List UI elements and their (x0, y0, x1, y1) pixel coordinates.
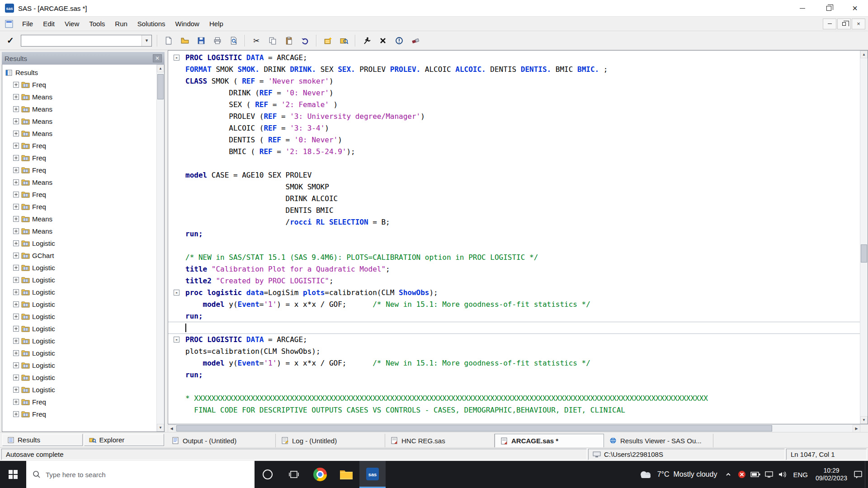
tree-item-logistic[interactable]: Logistic (5, 384, 155, 396)
tab-output[interactable]: Output - (Untitled) (166, 434, 276, 447)
new-library-button[interactable] (320, 34, 335, 47)
fold-toggle-icon[interactable]: - (174, 337, 179, 343)
tree-item-freq[interactable]: Freq (5, 188, 155, 201)
child-minimize-button[interactable] (823, 19, 836, 29)
menu-item-window[interactable]: Window (170, 18, 204, 29)
command-dropdown-button[interactable]: ▾ (142, 35, 151, 46)
child-restore-button[interactable] (837, 19, 851, 29)
volume-button[interactable] (776, 461, 789, 488)
fold-toggle-icon[interactable]: - (174, 290, 179, 296)
editor-horizontal-scrollbar[interactable]: ◀ ▶ (168, 424, 868, 432)
tree-item-freq[interactable]: Freq (5, 79, 155, 91)
clear-all-button[interactable] (408, 34, 423, 47)
expand-toggle-icon[interactable] (13, 167, 19, 173)
network-button[interactable] (762, 461, 776, 488)
tree-item-logistic[interactable]: Logistic (5, 274, 155, 286)
editor-vertical-scrollbar[interactable]: ▲ ▼ (860, 51, 868, 424)
tree-scrollbar[interactable]: ▲ ▼ (156, 65, 164, 432)
tab-explorer[interactable]: Explorer (84, 434, 165, 446)
expand-toggle-icon[interactable] (13, 314, 19, 319)
tree-item-logistic[interactable]: Logistic (5, 286, 155, 298)
expand-toggle-icon[interactable] (13, 301, 19, 307)
menu-item-help[interactable]: Help (204, 18, 228, 29)
tree-item-logistic[interactable]: Logistic (5, 298, 155, 310)
tree-item-gchart[interactable]: GChart (5, 249, 155, 262)
action-center-button[interactable] (851, 461, 865, 488)
notification-error-badge[interactable] (735, 461, 749, 488)
expand-toggle-icon[interactable] (13, 338, 19, 344)
expand-toggle-icon[interactable] (13, 106, 19, 112)
expand-toggle-icon[interactable] (13, 253, 19, 258)
scrollbar-thumb[interactable] (176, 425, 772, 432)
taskbar-search[interactable] (26, 461, 255, 488)
show-desktop-button[interactable] (865, 461, 868, 488)
tree-item-freq[interactable]: Freq (5, 152, 155, 164)
save-button[interactable] (193, 34, 209, 47)
start-button[interactable] (0, 461, 26, 488)
undo-button[interactable] (297, 34, 313, 47)
tree-root-results[interactable]: Results (5, 66, 155, 79)
expand-toggle-icon[interactable] (13, 362, 19, 368)
tree-item-means[interactable]: Means (5, 176, 155, 188)
close-button[interactable]: × (842, 0, 868, 17)
tree-item-means[interactable]: Means (5, 91, 155, 103)
tree-item-logistic[interactable]: Logistic (5, 335, 155, 347)
new-document-button[interactable] (161, 34, 176, 47)
tree-item-logistic[interactable]: Logistic (5, 359, 155, 371)
expand-toggle-icon[interactable] (13, 387, 19, 393)
results-panel-close-button[interactable]: ✕ (153, 54, 162, 62)
print-button[interactable] (210, 34, 225, 47)
tab-results[interactable]: Results (2, 434, 83, 446)
sas-taskbar-button[interactable]: sas (359, 461, 386, 488)
tab-log[interactable]: Log - (Untitled) (276, 434, 385, 447)
open-button[interactable] (177, 34, 193, 47)
expand-toggle-icon[interactable] (13, 94, 19, 100)
menu-item-file[interactable]: File (17, 18, 38, 29)
copy-button[interactable] (265, 34, 280, 47)
fold-toggle-icon[interactable]: - (174, 55, 179, 61)
tree-item-freq[interactable]: Freq (5, 164, 155, 176)
expand-toggle-icon[interactable] (13, 155, 19, 161)
tree-item-means[interactable]: Means (5, 213, 155, 225)
paste-button[interactable] (281, 34, 297, 47)
expand-toggle-icon[interactable] (13, 216, 19, 222)
tree-item-logistic[interactable]: Logistic (5, 262, 155, 274)
tree-item-means[interactable]: Means (5, 103, 155, 115)
tree-item-logistic[interactable]: Logistic (5, 237, 155, 249)
expand-toggle-icon[interactable] (13, 265, 19, 271)
interrupt-button[interactable] (392, 34, 407, 47)
cut-button[interactable]: ✂ (249, 34, 264, 47)
expand-toggle-icon[interactable] (13, 411, 19, 417)
tab-results-viewer[interactable]: Results Viewer - SAS Ou... (604, 434, 713, 447)
expand-toggle-icon[interactable] (13, 204, 19, 210)
explorer-tool-button[interactable] (336, 34, 352, 47)
expand-toggle-icon[interactable] (13, 192, 19, 197)
menu-item-solutions[interactable]: Solutions (132, 18, 170, 29)
menu-item-run[interactable]: Run (110, 18, 132, 29)
scrollbar-thumb[interactable] (157, 74, 164, 99)
scroll-up-button[interactable]: ▲ (860, 51, 868, 58)
tray-expand-button[interactable] (722, 461, 735, 488)
clock[interactable]: 10:29 09/02/2023 (811, 461, 851, 488)
tree-item-means[interactable]: Means (5, 225, 155, 237)
expand-toggle-icon[interactable] (13, 82, 19, 88)
expand-toggle-icon[interactable] (13, 240, 19, 246)
code-editor[interactable]: -PROC LOGISTIC DATA = ARCAGE;FORMAT SMOK… (168, 51, 860, 424)
tree-item-logistic[interactable]: Logistic (5, 371, 155, 384)
scrollbar-thumb[interactable] (861, 244, 867, 263)
tab-arcage[interactable]: ARCAGE.sas * (495, 434, 604, 447)
battery-button[interactable] (749, 461, 762, 488)
tree-item-logistic[interactable]: Logistic (5, 310, 155, 323)
expand-toggle-icon[interactable] (13, 179, 19, 185)
tree-item-logistic[interactable]: Logistic (5, 347, 155, 359)
restore-button[interactable] (816, 0, 842, 17)
expand-toggle-icon[interactable] (13, 326, 19, 332)
expand-toggle-icon[interactable] (13, 228, 19, 234)
command-input[interactable] (21, 36, 142, 46)
language-indicator[interactable]: ENG (789, 461, 811, 488)
tree-item-logistic[interactable]: Logistic (5, 323, 155, 335)
menu-item-view[interactable]: View (60, 18, 84, 29)
menu-item-tools[interactable]: Tools (84, 18, 110, 29)
expand-toggle-icon[interactable] (13, 277, 19, 283)
tab-hnc-reg[interactable]: HNC REG.sas (385, 434, 495, 447)
